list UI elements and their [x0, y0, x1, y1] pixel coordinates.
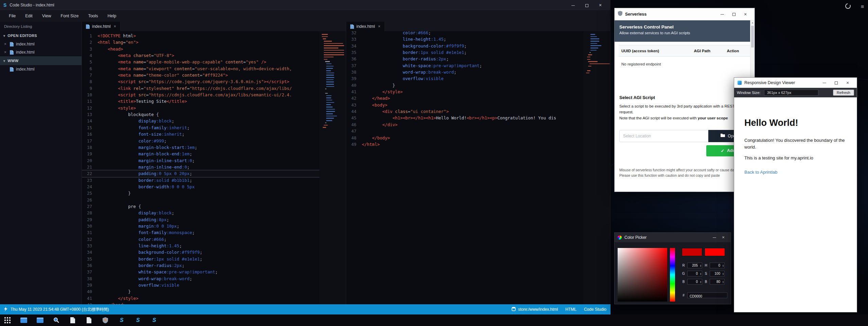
tab-close-icon[interactable]: ×: [114, 24, 116, 29]
code-line-34[interactable]: 34 background-color:#f9f9f9;: [82, 249, 319, 255]
code-line-44[interactable]: 44 <div class="ui container">: [346, 108, 584, 115]
code-line-37[interactable]: 37 white-space:pre-wrap!important;: [82, 269, 319, 275]
code-line-15[interactable]: 15 font-family:inherit;: [82, 124, 319, 131]
code-line-36[interactable]: 36 border-radius:2px;: [82, 262, 319, 269]
code-line-1[interactable]: 1<!DOCTYPE html>: [82, 33, 319, 39]
refresh-circle-icon[interactable]: [845, 3, 851, 11]
sidebar-item-index.html[interactable]: ×index.html: [0, 48, 82, 56]
code-line-45[interactable]: 45 <h1><br></h1><h1>Hello World!<br></h1…: [346, 115, 584, 121]
code-line-40[interactable]: 40 }: [82, 288, 319, 295]
menu-view[interactable]: View: [37, 14, 56, 18]
code-line-33[interactable]: 33 line-height:1.45;: [346, 36, 584, 42]
code-line-35[interactable]: 35 border:1px solid #e1e1e1;: [82, 256, 319, 262]
code-line-49[interactable]: 49</html>: [346, 141, 584, 148]
code-line-47[interactable]: 47: [346, 128, 584, 134]
code-line-37[interactable]: 37 white-space:pre-wrap!important;: [346, 62, 584, 69]
status-remote-icon[interactable]: [4, 307, 7, 312]
window-size-input[interactable]: [764, 90, 818, 96]
start-menu-icon[interactable]: [3, 316, 12, 324]
saturation-brightness-field[interactable]: [618, 248, 667, 302]
code-studio-app-icon[interactable]: S: [118, 316, 126, 324]
spinner-arrows-icon[interactable]: ▲▼: [700, 263, 702, 268]
code-line-8[interactable]: 8 <script src="https://code.jquery.com/j…: [82, 78, 319, 85]
code-line-3[interactable]: 3 <head>: [82, 46, 319, 52]
select-location-input[interactable]: [619, 130, 708, 142]
code-line-29[interactable]: 29 padding:8px;: [82, 216, 319, 223]
close-button[interactable]: ×: [594, 0, 607, 10]
code-line-4[interactable]: 4 <meta charset="UTF-8">: [82, 52, 319, 59]
window-app-icon[interactable]: [36, 316, 44, 324]
sidebar-item-index.html[interactable]: ×index.html: [0, 40, 82, 48]
code-line-33[interactable]: 33 line-height:1.45;: [82, 243, 319, 249]
search-app-icon[interactable]: [52, 316, 60, 324]
code-line-38[interactable]: 38 word-wrap:break-word;: [346, 69, 584, 75]
code-line-42[interactable]: 42 </head>: [346, 95, 584, 101]
status-language[interactable]: HTML: [565, 307, 577, 312]
refresh-button[interactable]: Refresh: [833, 90, 854, 96]
scroll-up-icon[interactable]: ▲: [750, 21, 755, 24]
code-line-2[interactable]: 2<html lang="en">: [82, 39, 319, 45]
code-line-39[interactable]: 39 overflow:visible: [346, 75, 584, 82]
code-line-30[interactable]: 30 margin:0 0 10px;: [82, 223, 319, 229]
close-icon[interactable]: ×: [4, 42, 7, 46]
menu-tools[interactable]: Tools: [83, 14, 103, 18]
code-line-23[interactable]: 23 border:solid #b1b1b1;: [82, 177, 319, 184]
sidebar-section-open-editors[interactable]: ▾OPEN EDITORS: [0, 31, 82, 40]
back-to-aprintlab-link[interactable]: Back to Aprintlab: [744, 170, 778, 175]
spinner-arrows-icon[interactable]: ▲▼: [700, 279, 702, 284]
code-editor[interactable]: 1<!DOCTYPE html>2<html lang="en">3 <head…: [82, 31, 319, 304]
serverless-app-icon[interactable]: [101, 316, 109, 324]
spinner-arrows-icon[interactable]: ▲▼: [700, 271, 702, 276]
minimize-button[interactable]: [566, 0, 580, 10]
tab-index.html[interactable]: index.html×: [346, 22, 385, 31]
code-line-11[interactable]: 11 <title>Testing Site</title>: [82, 98, 319, 104]
spinner-arrows-icon[interactable]: ▲▼: [722, 279, 724, 284]
code-line-12[interactable]: 12 <style>: [82, 105, 319, 111]
code-line-24[interactable]: 24 border-width:0 0 0 5px: [82, 184, 319, 190]
code-line-9[interactable]: 9 <link rel="stylesheet" href="https://c…: [82, 85, 319, 92]
code-line-28[interactable]: 28 display:block;: [82, 210, 319, 216]
menu-file[interactable]: File: [4, 14, 20, 18]
code-line-16[interactable]: 16 font-size:inherit;: [82, 131, 319, 137]
close-icon[interactable]: ×: [4, 50, 7, 55]
code-line-39[interactable]: 39 overflow:visible: [82, 282, 319, 288]
code-line-20[interactable]: 20 margin-inline-start:0;: [82, 157, 319, 164]
file-app-icon[interactable]: [69, 316, 77, 324]
status-file-path[interactable]: store:/www/index.html: [518, 307, 558, 312]
code-line-7[interactable]: 7 <meta name="theme-color" content="#ff9…: [82, 72, 319, 78]
tab-close-icon[interactable]: ×: [378, 24, 380, 29]
code-line-13[interactable]: 13 blockquote {: [82, 111, 319, 118]
tab-index.html[interactable]: index.html×: [82, 22, 121, 31]
code-line-31[interactable]: 31 font-family:monospace;: [82, 229, 319, 236]
code-line-42[interactable]: 42 </head>: [82, 302, 319, 304]
scrollbar-thumb[interactable]: [751, 26, 754, 47]
code-line-38[interactable]: 38 word-wrap:break-word;: [82, 275, 319, 282]
code-line-34[interactable]: 34 background-color:#f9f9f9;: [346, 43, 584, 49]
code-line-17[interactable]: 17 color:#999;: [82, 138, 319, 144]
code-line-27[interactable]: 27 pre {: [82, 203, 319, 210]
code-studio-app-icon[interactable]: S: [134, 316, 142, 324]
code-line-46[interactable]: 46 </div>: [346, 121, 584, 128]
code-line-26[interactable]: 26: [82, 197, 319, 203]
file-app-icon[interactable]: [85, 316, 93, 324]
hex-input[interactable]: [688, 294, 727, 299]
code-studio-app-icon[interactable]: S: [150, 316, 158, 324]
hue-slider[interactable]: [670, 248, 675, 302]
close-button[interactable]: ×: [842, 78, 853, 88]
maximize-button[interactable]: [830, 78, 842, 88]
sidebar-item-index.html[interactable]: index.html: [0, 65, 82, 73]
code-line-41[interactable]: 41 </style>: [346, 89, 584, 95]
minimize-button[interactable]: [819, 78, 830, 88]
code-line-43[interactable]: 43 <body>: [346, 102, 584, 108]
maximize-button[interactable]: [728, 8, 740, 20]
minimap[interactable]: [319, 31, 346, 304]
close-button[interactable]: ×: [740, 8, 751, 20]
menu-edit[interactable]: Edit: [20, 14, 37, 18]
hamburger-menu-icon[interactable]: ≡: [861, 4, 864, 10]
code-line-14[interactable]: 14 display:block;: [82, 118, 319, 124]
code-line-25[interactable]: 25 }: [82, 190, 319, 196]
code-line-10[interactable]: 10 <script src="https://cdnjs.cloudflare…: [82, 92, 319, 98]
menu-font-size[interactable]: Font Size: [56, 14, 84, 18]
code-line-36[interactable]: 36 border-radius:2px;: [346, 56, 584, 62]
code-line-32[interactable]: 32 color:#666;: [346, 31, 584, 36]
